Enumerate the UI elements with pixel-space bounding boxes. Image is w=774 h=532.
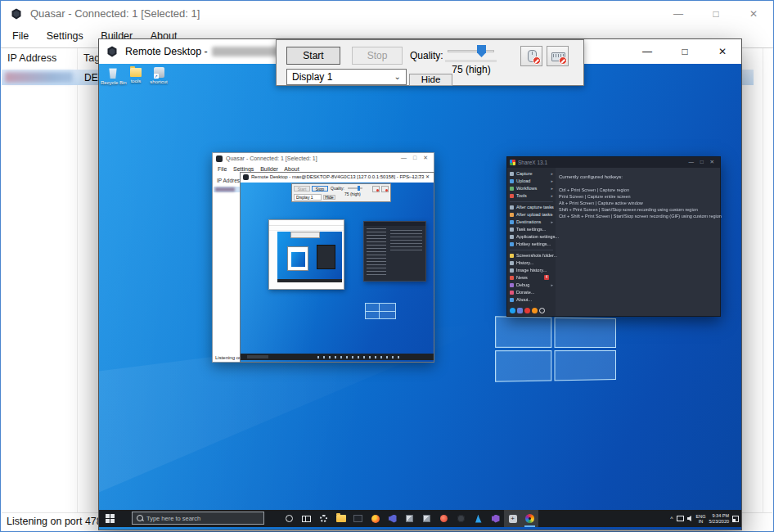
nested-redacted-ip xyxy=(215,187,235,192)
submenu-arrow-icon: ▸ xyxy=(551,170,553,178)
quality-slider-thumb[interactable] xyxy=(477,45,486,57)
taskbar-vm-box-2[interactable] xyxy=(418,510,435,527)
taskbar-spider-app[interactable] xyxy=(452,510,470,527)
sharex-menu-tools[interactable]: Tools ▸ xyxy=(507,192,556,200)
discord-icon[interactable] xyxy=(517,308,523,313)
cortana-icon xyxy=(286,515,293,522)
sharex-menu-about[interactable]: About... xyxy=(507,296,556,304)
minimize-button[interactable]: — xyxy=(628,39,666,64)
destinations-icon xyxy=(510,220,514,224)
sharex-menu-screenshots-folder[interactable]: Screenshots folder... xyxy=(507,252,556,259)
hidden-icons-chevron[interactable]: ^ xyxy=(670,516,673,521)
volume-tray-icon[interactable] xyxy=(687,516,693,521)
desktop-icon-recycle-bin[interactable]: Recycle Bin xyxy=(101,67,125,85)
nested-taskbar-icons xyxy=(317,356,398,358)
search-placeholder: Type here to search xyxy=(146,515,200,522)
twitter-icon[interactable] xyxy=(510,308,515,313)
sharex-menu-task-settings[interactable]: Task settings... xyxy=(507,226,556,233)
hide-button[interactable]: Hide xyxy=(409,74,452,86)
taskbar-sharex[interactable] xyxy=(521,510,538,527)
maximize-button[interactable]: □ xyxy=(666,39,704,64)
maximize-button[interactable]: □ xyxy=(697,2,735,27)
image-history-icon xyxy=(510,268,514,273)
nested-rd-title: Remote Desktop - max@DESKTOP-8V4G0C13 [1… xyxy=(251,174,424,179)
desktop-icon-shortcut[interactable]: shortcut xyxy=(146,67,171,84)
windows-logo-pane xyxy=(495,316,551,348)
taskbar-search-box[interactable]: Type here to search xyxy=(132,512,264,525)
taskbar-vm-box[interactable] xyxy=(401,510,418,527)
sharex-menu-workflows[interactable]: Workflows ▸ xyxy=(507,185,556,192)
chevron-down-icon: ⌄ xyxy=(394,70,401,84)
sharex-menu-capture[interactable]: Capture ▸ xyxy=(507,170,556,178)
remote-desktop-window: Remote Desktop -[127.0.0.1:50158] - FPS:… xyxy=(98,38,742,530)
folder-icon xyxy=(130,68,142,77)
minimize-button[interactable]: — xyxy=(659,2,697,27)
taskbar-firefox[interactable] xyxy=(367,510,384,527)
sharex-menu-history[interactable]: History... xyxy=(507,259,556,267)
taskbar-cortana[interactable] xyxy=(281,510,298,527)
taskbar-visual-studio[interactable] xyxy=(487,510,504,527)
rd-window-controls: — □ ✕ xyxy=(628,39,741,64)
sharex-menu-destinations[interactable]: Destinations ▸ xyxy=(507,219,556,226)
action-center-icon[interactable] xyxy=(732,516,739,522)
donate-heart-icon xyxy=(510,291,514,295)
sharex-menu-label: Upload xyxy=(516,178,530,183)
sharex-titlebar: ShareX 13.1 — □ ✕ xyxy=(507,157,720,168)
start-button-icon[interactable] xyxy=(106,514,115,523)
sharex-menu-upload[interactable]: Upload ▸ xyxy=(507,178,556,185)
keyboard-input-toggle-button[interactable] xyxy=(547,46,569,66)
disabled-badge-icon xyxy=(533,56,541,65)
taskbar-plus-app[interactable] xyxy=(504,510,521,527)
display-select-value: Display 1 xyxy=(292,71,332,83)
taskbar-vscode[interactable] xyxy=(384,510,401,527)
submenu-arrow-icon: ▸ xyxy=(551,204,553,211)
taskbar-red-app[interactable] xyxy=(435,510,452,527)
sharex-window-controls[interactable]: — □ ✕ xyxy=(689,159,717,165)
taskbar-settings[interactable] xyxy=(315,510,332,527)
sidebar-separator xyxy=(510,250,553,250)
sharex-menu-after-upload[interactable]: After upload tasks ▸ xyxy=(507,211,556,219)
quality-slider-track[interactable] xyxy=(448,50,494,52)
bitcoin-icon[interactable] xyxy=(532,308,538,313)
sharex-menu-label: Image history... xyxy=(516,268,547,273)
sharex-menu-label: News xyxy=(516,275,528,280)
sharex-menu-image-history[interactable]: Image history... xyxy=(507,267,556,274)
sharex-menu-hotkey-settings[interactable]: Hotkey settings... xyxy=(507,241,556,248)
start-button[interactable]: Start xyxy=(286,47,340,65)
menu-file[interactable]: File xyxy=(5,27,36,45)
sharex-menu-application-settings[interactable]: Application settings... xyxy=(507,233,556,241)
sharex-title: ShareX 13.1 xyxy=(518,160,547,165)
quasar-app-icon xyxy=(106,45,119,58)
sharex-menu-label: After capture tasks xyxy=(516,205,554,210)
remote-screen-viewport[interactable]: Recycle Bin tools shortcut Quasar - Conn… xyxy=(99,64,741,530)
sharex-menu-donate[interactable]: Donate... xyxy=(507,289,556,296)
sharex-menu-label: Hotkey settings... xyxy=(516,241,551,246)
taskbar-terminal[interactable] xyxy=(349,510,367,527)
menu-settings[interactable]: Settings xyxy=(39,27,91,45)
column-header-ip[interactable]: IP Address xyxy=(7,52,56,64)
taskbar-fin-app[interactable] xyxy=(470,510,487,527)
spider-app-icon xyxy=(457,515,465,522)
sharex-menu-news[interactable]: News 4 xyxy=(507,274,556,282)
mouse-input-toggle-button[interactable] xyxy=(520,46,542,66)
taskbar-file-explorer[interactable] xyxy=(332,510,349,527)
taskbar-task-view[interactable] xyxy=(298,510,315,527)
sharex-menu-after-capture[interactable]: After capture tasks ▸ xyxy=(507,204,556,211)
display-select[interactable]: Display 1 ⌄ xyxy=(286,69,407,85)
sharex-menu-debug[interactable]: Debug ▸ xyxy=(507,282,556,289)
reddit-icon[interactable] xyxy=(524,308,530,313)
github-icon[interactable] xyxy=(539,308,545,313)
nested-stop-button: Stop xyxy=(312,186,328,192)
nested-menubar: File Settings Builder About xyxy=(218,166,299,172)
close-button[interactable]: ✕ xyxy=(735,2,772,27)
nested-level2-remote-screen xyxy=(277,232,342,282)
language-indicator[interactable]: ENG IN xyxy=(696,514,706,524)
close-button[interactable]: ✕ xyxy=(704,39,741,64)
stop-button[interactable]: Stop xyxy=(352,47,403,65)
desktop-icon-tools[interactable]: tools xyxy=(124,67,148,83)
about-icon xyxy=(510,298,514,302)
nested-level3-sharex-window xyxy=(317,245,335,269)
taskbar-clock[interactable]: 9:34 PM 5/23/2020 xyxy=(709,513,729,524)
column-divider xyxy=(763,48,763,515)
display-tray-icon[interactable] xyxy=(677,516,684,521)
